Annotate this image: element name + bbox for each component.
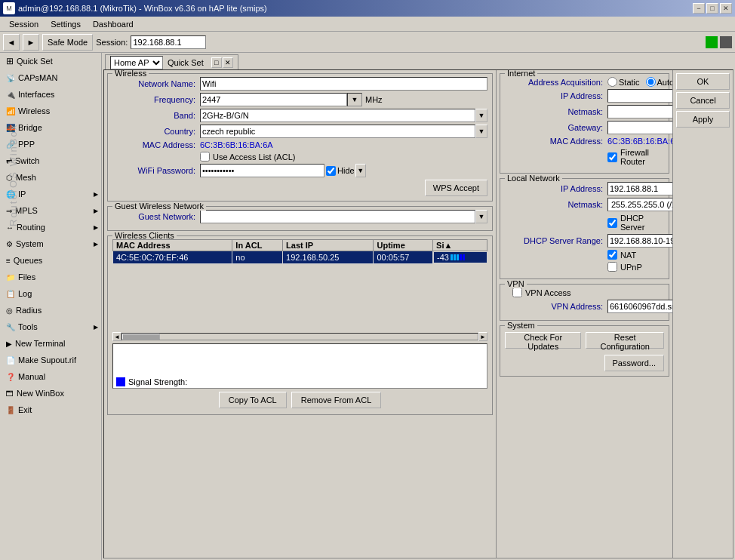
country-dropdown[interactable]: ▼ bbox=[475, 125, 487, 138]
hscroll-track[interactable] bbox=[121, 333, 478, 340]
sidebar-item-tools[interactable]: 🔧 Tools ▶ bbox=[0, 318, 101, 335]
sidebar-item-capsman[interactable]: 📡 CAPsMAN bbox=[0, 69, 101, 86]
check-updates-button[interactable]: Check For Updates bbox=[505, 332, 581, 349]
inet-ip-input[interactable] bbox=[607, 89, 672, 103]
acl-checkbox[interactable] bbox=[200, 152, 210, 162]
guest-network-input[interactable] bbox=[200, 210, 475, 223]
col-mac[interactable]: MAC Address bbox=[113, 240, 232, 251]
wireless-group: Wireless Network Name: Frequency: ▼ MHz bbox=[107, 73, 493, 202]
sidebar-item-new-winbox[interactable]: 🗔 New WinBox bbox=[0, 385, 101, 402]
session-input[interactable] bbox=[131, 35, 206, 49]
sidebar-item-exit[interactable]: 🚪 Exit bbox=[0, 402, 101, 418]
wifi-password-input[interactable] bbox=[200, 164, 324, 177]
cell-mac: 4C:5E:0C:70:EF:46 bbox=[113, 251, 232, 264]
radio-automatic[interactable] bbox=[646, 77, 656, 87]
frequency-dropdown[interactable]: ▼ bbox=[347, 93, 362, 106]
network-name-input[interactable] bbox=[200, 77, 487, 91]
upnp-checkbox[interactable] bbox=[607, 262, 617, 272]
reset-config-button[interactable]: Reset Configuration bbox=[586, 332, 664, 349]
sidebar-item-routing[interactable]: ↔ Routing ▶ bbox=[0, 219, 101, 235]
close-button[interactable]: ✕ bbox=[720, 3, 732, 14]
sidebar-item-new-terminal[interactable]: ▶ New Terminal bbox=[0, 335, 101, 352]
vpn-address-label: VPN Address: bbox=[505, 302, 603, 311]
system-buttons: Check For Updates Reset Configuration bbox=[505, 329, 664, 352]
sidebar-item-system[interactable]: ⚙ System ▶ bbox=[0, 235, 101, 252]
sidebar-item-mesh[interactable]: ⬡ Mesh bbox=[0, 169, 101, 186]
menu-settings[interactable]: Settings bbox=[45, 18, 87, 30]
radio-static[interactable] bbox=[607, 77, 617, 87]
guest-network-label: Guest Network: bbox=[112, 212, 195, 221]
nat-checkbox[interactable] bbox=[607, 250, 617, 260]
tab-bar: Home AP Quick Set □ ✕ bbox=[102, 53, 735, 69]
password-button[interactable]: Password... bbox=[604, 355, 664, 371]
sidebar-item-radius[interactable]: ◎ Radius bbox=[0, 302, 101, 318]
mac-address-value: 6C:3B:6B:16:BA:6A bbox=[200, 140, 273, 149]
tab-dropdown[interactable]: Home AP bbox=[110, 56, 163, 69]
col-ip[interactable]: Last IP bbox=[283, 240, 374, 251]
cell-signal: -43 bbox=[433, 251, 487, 263]
band-input[interactable] bbox=[200, 109, 475, 122]
dhcp-range-input[interactable] bbox=[607, 234, 672, 248]
band-dropdown[interactable]: ▼ bbox=[475, 109, 487, 122]
guest-network-dropdown[interactable]: ▼ bbox=[475, 210, 487, 223]
sidebar-item-quick-set[interactable]: ⊞ Quick Set bbox=[0, 53, 101, 69]
sidebar-item-queues[interactable]: ≡ Queues bbox=[0, 252, 101, 269]
pwd-expand-btn[interactable]: ▼ bbox=[355, 164, 366, 177]
cancel-button[interactable]: Cancel bbox=[676, 92, 730, 109]
inet-netmask-input[interactable] bbox=[607, 105, 672, 118]
sidebar-item-interfaces[interactable]: 🔌 Interfaces bbox=[0, 86, 101, 103]
tab-quick-set[interactable]: Home AP Quick Set □ ✕ bbox=[105, 54, 238, 69]
local-ip-input[interactable] bbox=[607, 182, 672, 195]
menu-session[interactable]: Session bbox=[3, 18, 45, 30]
hscroll-left-btn[interactable]: ◄ bbox=[112, 332, 121, 341]
band-label: Band: bbox=[112, 111, 195, 120]
session-label: Session: bbox=[96, 38, 128, 47]
tab-close-btn[interactable]: ✕ bbox=[223, 57, 233, 68]
sidebar-item-mpls[interactable]: ⇒ MPLS ▶ bbox=[0, 202, 101, 219]
sidebar-item-ppp[interactable]: 🔗 PPP bbox=[0, 136, 101, 152]
wps-accept-button[interactable]: WPS Accept bbox=[425, 180, 487, 196]
dhcp-label: DHCP Server bbox=[620, 214, 664, 232]
firewall-checkbox[interactable] bbox=[607, 152, 617, 162]
guest-wireless-label: Guest Wireless Network bbox=[112, 202, 206, 211]
forward-button[interactable]: ► bbox=[23, 34, 39, 51]
local-netmask-select[interactable]: 255.255.255.0 (/24) bbox=[607, 198, 672, 211]
hide-checkbox[interactable] bbox=[326, 166, 336, 176]
sidebar-item-log[interactable]: 📋 Log bbox=[0, 285, 101, 302]
sidebar-item-ip[interactable]: 🌐 IP ▶ bbox=[0, 186, 101, 202]
local-network-label: Local Network bbox=[505, 174, 562, 183]
safe-mode-button[interactable]: Safe Mode bbox=[42, 34, 93, 51]
local-ip-label: IP Address: bbox=[505, 184, 603, 193]
sidebar-item-wireless[interactable]: 📶 Wireless bbox=[0, 103, 101, 119]
sidebar-item-bridge[interactable]: 🌉 Bridge bbox=[0, 119, 101, 136]
vpn-label: VPN bbox=[505, 279, 527, 288]
menu-dashboard[interactable]: Dashboard bbox=[87, 18, 140, 30]
ok-button[interactable]: OK bbox=[676, 73, 730, 90]
vpn-access-checkbox[interactable] bbox=[512, 288, 522, 297]
gateway-input[interactable] bbox=[607, 121, 672, 134]
table-row[interactable]: 4C:5E:0C:70:EF:46 no 192.168.50.25 00:05… bbox=[113, 251, 487, 264]
maximize-button[interactable]: □ bbox=[706, 3, 718, 14]
back-button[interactable]: ◄ bbox=[3, 34, 20, 51]
signal-chart: Signal Strength: bbox=[112, 343, 487, 389]
cell-ip: 192.168.50.25 bbox=[283, 251, 374, 264]
sidebar-item-make-supout[interactable]: 📄 Make Supout.rif bbox=[0, 352, 101, 368]
tab-size-btn[interactable]: □ bbox=[211, 57, 222, 68]
copy-to-acl-button[interactable]: Copy To ACL bbox=[219, 392, 287, 408]
hscroll-right-btn[interactable]: ► bbox=[478, 332, 487, 341]
dhcp-checkbox[interactable] bbox=[607, 218, 617, 228]
sidebar-item-switch[interactable]: ⇄ Switch bbox=[0, 152, 101, 169]
hscroll-thumb[interactable] bbox=[122, 334, 160, 340]
vpn-address-input[interactable] bbox=[607, 300, 672, 313]
minimize-button[interactable]: − bbox=[693, 3, 705, 14]
sidebar-item-files[interactable]: 📁 Files bbox=[0, 269, 101, 285]
col-uptime[interactable]: Uptime bbox=[374, 240, 433, 251]
internet-label: Internet bbox=[505, 70, 537, 78]
sidebar-item-manual[interactable]: ❓ Manual bbox=[0, 368, 101, 385]
apply-button[interactable]: Apply bbox=[676, 111, 730, 128]
country-input[interactable] bbox=[200, 125, 475, 138]
remove-from-acl-button[interactable]: Remove From ACL bbox=[291, 392, 382, 408]
col-signal[interactable]: Si▲ bbox=[433, 240, 487, 251]
frequency-input[interactable] bbox=[200, 93, 347, 106]
col-acl[interactable]: In ACL bbox=[232, 240, 283, 251]
